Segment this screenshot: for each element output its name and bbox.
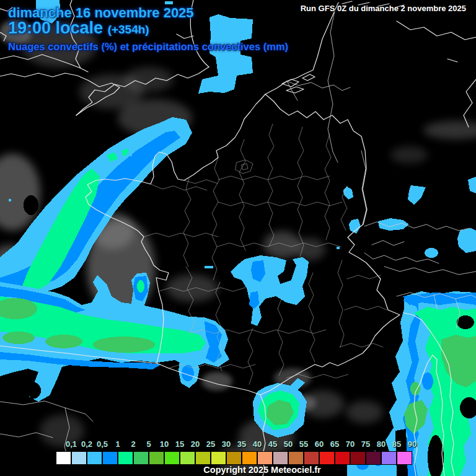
- legend-color-box: [226, 451, 242, 465]
- legend-color-box: [304, 451, 319, 465]
- model-run-info: Run GFS 0Z du dimanche 2 novembre 2025: [301, 4, 466, 13]
- legend-color-box: [56, 451, 71, 465]
- legend-color-box: [257, 451, 273, 465]
- legend-color-box: [397, 451, 412, 465]
- legend-color-box: [133, 451, 149, 465]
- legend-color-box: [242, 451, 257, 465]
- legend-color-box: [180, 451, 195, 465]
- copyright-notice: Copyright 2025 Meteociel.fr: [169, 465, 355, 475]
- forecast-time-value: 19:00 locale: [8, 19, 103, 37]
- precip-scale-legend: 0,10,20,51251015202530354045505560657075…: [56, 439, 415, 465]
- legend-color-box: [381, 451, 397, 465]
- weather-map-canvas: [0, 0, 476, 476]
- legend-color-box: [350, 451, 366, 465]
- legend-color-box: [71, 451, 87, 465]
- forecast-time: 19:00 locale (+354h): [8, 19, 149, 38]
- weather-map-page: dimanche 16 novembre 2025 19:00 locale (…: [0, 0, 476, 476]
- legend-color-box: [335, 451, 350, 465]
- legend-color-box: [149, 451, 164, 465]
- legend-color-box: [288, 451, 304, 465]
- legend-value-labels: 0,10,20,51251015202530354045505560657075…: [56, 439, 415, 450]
- legend-color-box: [164, 451, 180, 465]
- forecast-hour-offset: (+354h): [108, 23, 149, 36]
- legend-color-box: [195, 451, 211, 465]
- legend-color-box: [118, 451, 133, 465]
- legend-color-box: [319, 451, 335, 465]
- legend-color-box: [273, 451, 288, 465]
- legend-color-box: [102, 451, 118, 465]
- legend-color-boxes: [56, 451, 412, 465]
- map-parameter-subtitle: Nuages convectifs (%) et précipitations …: [8, 41, 288, 53]
- legend-color-box: [366, 451, 381, 465]
- legend-color-box: [211, 451, 226, 465]
- legend-color-box: [87, 451, 102, 465]
- legend-value-label: 90: [402, 439, 423, 449]
